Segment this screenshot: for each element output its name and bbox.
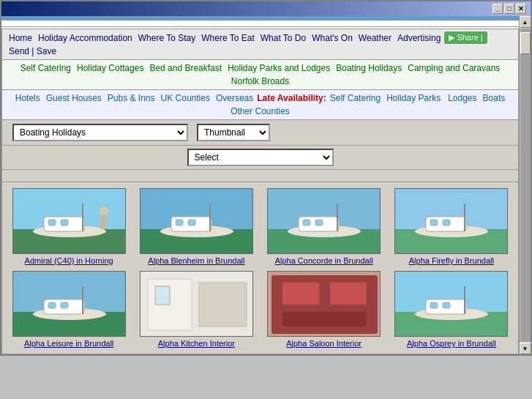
gallery-caption[interactable]: Alpha Concorde in Brundall [275,256,373,265]
nav-bed-breakfast[interactable]: Bed and Breakfast [147,62,224,74]
close-button[interactable]: ✕ [516,4,526,14]
scroll-thumb[interactable] [520,32,531,54]
late-availability-label: Late Availability: [257,93,326,103]
svg-rect-45 [282,312,367,327]
gallery-item[interactable]: Alpha Osprey in Brundall [391,271,512,348]
gallery-item[interactable]: Alpha Saloon Interior [263,271,385,348]
gallery-image[interactable] [267,271,381,337]
gallery-item[interactable]: Alpha Kitchen Interior [135,271,257,348]
nav-late-self-catering[interactable]: Self Catering [328,92,383,104]
gallery-caption[interactable]: Alpha Osprey in Brundall [407,339,496,348]
gallery-item[interactable]: Alpha Firefly in Brundall [391,188,512,265]
scroll-up-button[interactable]: ▲ [520,16,531,28]
nav-hotels[interactable]: Hotels [13,92,42,104]
nav-pubs-inns[interactable]: Pubs & Inns [105,92,157,104]
nav-advertising[interactable]: Advertising [395,32,443,44]
svg-rect-21 [315,220,323,225]
scroll-down-button[interactable]: ▼ [520,343,531,354]
svg-point-8 [100,206,108,215]
svg-rect-43 [282,283,319,305]
controls-bar: Boating Holidays Self Catering Holiday C… [1,120,519,146]
select-row: Select Brundall Horning Norwich Wroxham [1,146,519,170]
gallery-caption[interactable]: Alpha Saloon Interior [286,339,361,348]
nav-send-save[interactable]: Send | Save [7,45,59,57]
type-select[interactable]: Boating Holidays Self Catering Holiday C… [12,124,188,141]
nav-lodges[interactable]: Lodges [446,92,479,104]
nav-norfolk-broads[interactable]: Norfolk Broads [229,75,291,87]
gallery-item[interactable]: Admiral (C40) in Horning [8,188,130,265]
info-text [1,170,519,182]
svg-rect-50 [430,302,438,308]
gallery-caption[interactable]: Alpha Kitchen Interior [158,339,235,348]
window-controls[interactable]: _ □ ✕ [492,4,526,14]
svg-rect-14 [188,220,195,225]
svg-rect-44 [330,283,367,305]
scrollbar[interactable]: ▲ ▼ [519,16,531,354]
main-nav: Home Holiday Accommodation Where To Stay… [1,29,519,60]
svg-rect-28 [443,220,450,225]
gallery-caption[interactable]: Alpha Firefly in Brundall [409,256,494,265]
view-select[interactable]: Thumbnail List Map [197,124,270,141]
gallery-item[interactable]: Alpha Leisure in Brundall [8,271,130,348]
svg-rect-51 [443,302,450,308]
page-header [1,20,519,27]
gallery-image[interactable] [12,271,126,337]
nav-where-to-eat[interactable]: Where To Eat [199,32,256,44]
svg-rect-13 [176,220,183,225]
gallery-image[interactable] [140,271,253,337]
blue-nav: Hotels Guest Houses Pubs & Inns UK Count… [1,90,519,120]
gallery-image[interactable] [394,271,508,337]
nav-weather[interactable]: Weather [356,32,394,44]
nav-boats[interactable]: Boats [481,92,508,104]
svg-rect-39 [155,286,170,305]
svg-rect-4 [48,220,56,225]
nav-guest-houses[interactable]: Guest Houses [44,92,104,104]
location-select[interactable]: Select Brundall Horning Norwich Wroxham [187,149,334,166]
svg-rect-20 [303,220,310,225]
nav-self-catering[interactable]: Self Catering [18,62,73,74]
gallery: Admiral (C40) in Horning Alpha Blenheim … [1,182,519,354]
svg-rect-27 [430,220,438,225]
gallery-image[interactable] [394,188,508,254]
nav-overseas[interactable]: Overseas [214,92,255,104]
nav-whats-on[interactable]: What's On [310,32,355,44]
gallery-caption[interactable]: Admiral (C40) in Horning [25,256,113,265]
svg-rect-35 [61,302,68,308]
minimize-button[interactable]: _ [492,4,503,14]
green-nav: Self Catering Holiday Cottages Bed and B… [1,60,519,90]
svg-rect-40 [199,283,247,327]
nav-holiday-accommodation[interactable]: Holiday Accommodation [36,32,135,44]
gallery-caption[interactable]: Alpha Blenheim in Brundall [148,256,244,265]
svg-rect-34 [48,302,56,308]
gallery-item[interactable]: Alpha Blenheim in Brundall [135,188,257,265]
nav-late-holiday-parks[interactable]: Holiday Parks [384,92,443,104]
gallery-item[interactable]: Alpha Concorde in Brundall [263,188,385,265]
nav-holiday-parks[interactable]: Holiday Parks and Lodges [225,62,332,74]
share-button[interactable]: ▶ Share | [444,31,487,44]
maximize-button[interactable]: □ [504,4,514,14]
scroll-track[interactable] [520,29,531,342]
title-bar: _ □ ✕ [1,1,531,16]
svg-rect-5 [61,220,68,225]
nav-where-to-stay[interactable]: Where To Stay [136,32,198,44]
gallery-image[interactable] [140,188,253,254]
gallery-image[interactable] [12,188,126,254]
nav-uk-counties[interactable]: UK Counties [159,92,212,104]
nav-camping[interactable]: Camping and Caravans [405,62,502,74]
nav-boating-holidays[interactable]: Boating Holidays [334,62,404,74]
nav-other-counties[interactable]: Other Counties [228,105,292,117]
gallery-caption[interactable]: Alpha Leisure in Brundall [24,339,113,348]
nav-home[interactable]: Home [7,32,34,44]
gallery-image[interactable] [267,188,381,254]
nav-holiday-cottages[interactable]: Holiday Cottages [75,62,146,74]
nav-what-to-do[interactable]: What To Do [258,32,308,44]
